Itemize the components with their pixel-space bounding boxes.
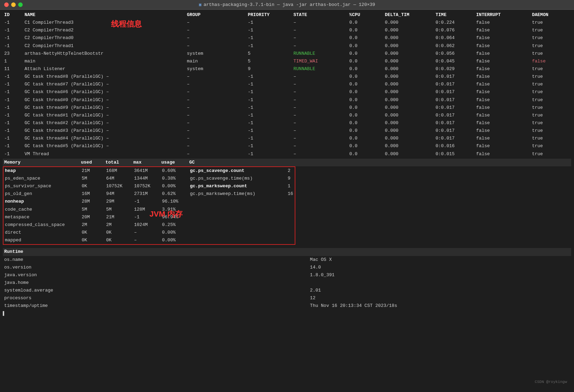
runtime-row: processors 12 [3, 294, 571, 302]
mem-name: ps_old_gen [3, 190, 80, 198]
thread-name: GC task thread#4 (ParallelGC) – [23, 135, 185, 142]
close-button[interactable] [4, 2, 9, 7]
thread-interrupt: false [475, 27, 531, 34]
memory-row: direct 0K 0K – 0.00% [3, 229, 295, 236]
thread-interrupt: false [475, 127, 531, 135]
minimize-button[interactable] [11, 2, 16, 7]
mem-usage: 0.25% [161, 221, 189, 229]
thread-state: – [292, 34, 348, 42]
thread-time: 0:0.017 [434, 135, 475, 142]
gc-key: gc.ps_scavenge.time(ms) [189, 175, 286, 182]
table-row: 1 main main 5 TIMED_WAI 0.0 0.000 0:0.04… [3, 58, 571, 65]
thread-daemon: true [531, 135, 571, 142]
thread-time: 0:0.076 [434, 27, 475, 34]
mem-max: -1 [133, 213, 161, 221]
mem-total: 2M [105, 221, 133, 229]
memory-total-header: total [105, 159, 133, 166]
mem-max: 128M [133, 206, 161, 213]
gc-key [189, 206, 286, 213]
thread-name: GC task thread#1 (ParallelGC) – [23, 112, 185, 119]
thread-interrupt: false [475, 34, 531, 42]
thread-cpu: 0.0 [348, 81, 383, 88]
thread-table: ID NAME GROUP PRIORITY STATE %CPU DELTA_… [3, 11, 571, 158]
thread-daemon: true [531, 65, 571, 73]
thread-daemon: true [531, 81, 571, 88]
maximize-button[interactable] [18, 2, 23, 7]
gc-key: gc.ps_marksweep.count [189, 182, 286, 190]
thread-name: GC task thread#7 (ParallelGC) – [23, 81, 185, 88]
mem-usage: 0.00% [161, 229, 189, 236]
table-row: -1 GC task thread#6 (ParallelGC) – – -1 … [3, 88, 571, 96]
gc-val [286, 206, 295, 213]
thread-id: -1 [3, 104, 23, 112]
mem-total: 168M [105, 167, 133, 175]
thread-group: – [185, 142, 246, 150]
thread-time: 0:0.064 [434, 34, 475, 42]
memory-gc-header: GC [189, 159, 195, 166]
thread-id: 23 [3, 50, 23, 58]
mem-total: 5M [105, 206, 133, 213]
runtime-section: Runtime os.name Mac OS X os.version 14.0… [3, 248, 571, 310]
mem-max: -1 [133, 198, 161, 205]
mem-used: 2M [80, 221, 105, 229]
thread-name: GC task thread#9 (ParallelGC) – [23, 104, 185, 112]
mem-used: 21M [80, 167, 105, 175]
thread-priority: 9 [246, 65, 292, 73]
thread-delta: 0.000 [383, 150, 434, 158]
header-priority: PRIORITY [246, 11, 292, 19]
runtime-value: 1.8.0_391 [309, 271, 571, 279]
gc-key [189, 221, 286, 229]
thread-group: main [185, 58, 246, 65]
header-cpu: %CPU [348, 11, 383, 19]
runtime-header: Runtime [3, 248, 571, 256]
thread-delta: 0.000 [383, 34, 434, 42]
thread-time: 0:0.017 [434, 127, 475, 135]
mem-name: code_cache [3, 206, 80, 213]
thread-state: – [292, 81, 348, 88]
gc-val [286, 198, 295, 205]
table-row: -1 C2 CompilerThread1 – -1 – 0.0 0.000 0… [3, 42, 571, 50]
thread-delta: 0.000 [383, 81, 434, 88]
terminal-icon: ▣ [199, 2, 201, 7]
thread-group: – [185, 96, 246, 104]
thread-name: VM Thread [23, 150, 185, 158]
thread-priority: -1 [246, 42, 292, 50]
thread-interrupt: false [475, 150, 531, 158]
gc-val [286, 221, 295, 229]
thread-time: 0:0.017 [434, 104, 475, 112]
thread-state: RUNNABLE [292, 65, 348, 73]
thread-priority: -1 [246, 142, 292, 150]
thread-state: – [292, 88, 348, 96]
thread-priority: 5 [246, 58, 292, 65]
thread-time: 0:0.017 [434, 119, 475, 127]
thread-cpu: 0.0 [348, 119, 383, 127]
memory-row: mapped 0K 0K – 0.00% [3, 236, 295, 244]
memory-row: metaspace 20M 21M -1 96.94% [3, 213, 295, 221]
thread-delta: 0.000 [383, 142, 434, 150]
runtime-value: 14.0 [309, 264, 571, 271]
thread-group: – [185, 112, 246, 119]
thread-id: -1 [3, 88, 23, 96]
memory-label: Memory [4, 159, 81, 166]
runtime-table: os.name Mac OS X os.version 14.0 java.ve… [3, 256, 571, 310]
mem-total: 0K [105, 236, 133, 244]
thread-interrupt: false [475, 50, 531, 58]
thread-state: – [292, 135, 348, 142]
window-title: ▣ arthas-packaging-3.7.1-bin — java -jar… [199, 2, 375, 7]
gc-key [189, 198, 286, 205]
thread-cpu: 0.0 [348, 127, 383, 135]
thread-id: 11 [3, 65, 23, 73]
thread-id: -1 [3, 150, 23, 158]
mem-total: 21M [105, 213, 133, 221]
header-id: ID [3, 11, 23, 19]
gc-val: 16 [286, 190, 295, 198]
runtime-value: 2.01 [309, 287, 571, 294]
thread-cpu: 0.0 [348, 19, 383, 27]
thread-delta: 0.000 [383, 112, 434, 119]
thread-name: C2 CompilerThread0 [23, 34, 185, 42]
memory-header-row: Memory used total max usage GC [3, 159, 571, 166]
thread-group: – [185, 34, 246, 42]
gc-key [189, 213, 286, 221]
gc-val: 1 [286, 182, 295, 190]
table-row: -1 GC task thread#1 (ParallelGC) – – -1 … [3, 112, 571, 119]
